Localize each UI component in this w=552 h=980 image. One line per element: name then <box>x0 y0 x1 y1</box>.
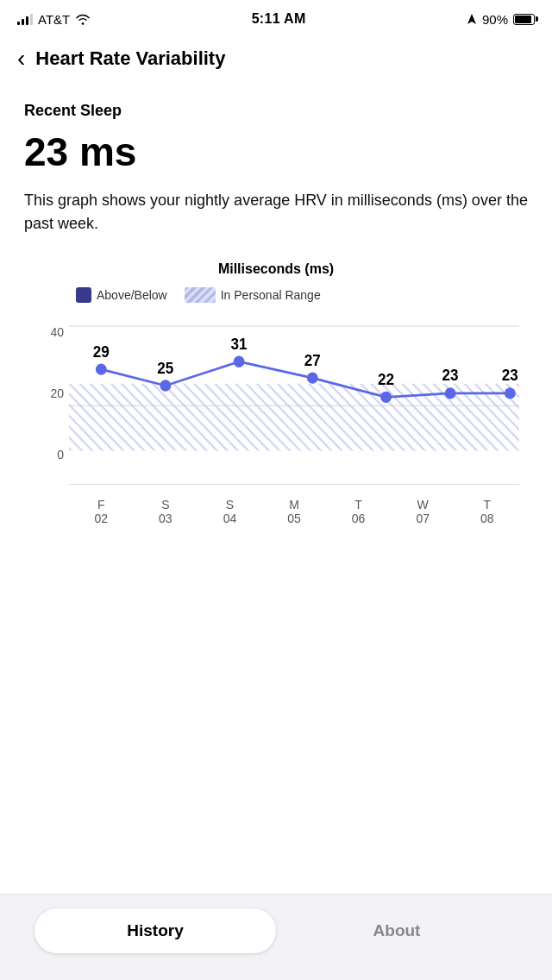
x-label-2: S 04 <box>198 498 262 525</box>
val-label-1: 25 <box>157 359 173 376</box>
header: ‹ Heart Rate Variability <box>0 38 552 85</box>
legend-solid-label: Above/Below <box>97 288 167 302</box>
tab-about-label: About <box>373 921 421 940</box>
dot-2 <box>234 356 245 368</box>
status-right: 90% <box>467 12 535 27</box>
status-left: AT&T <box>17 12 91 27</box>
chart-title: Milliseconds (ms) <box>33 261 519 277</box>
legend-hatched-label: In Personal Range <box>221 288 321 302</box>
location-icon <box>467 13 477 25</box>
dot-0 <box>96 363 107 374</box>
y-label-0: 0 <box>33 448 64 462</box>
val-label-0: 29 <box>93 342 110 360</box>
description-text: This graph shows your nightly average HR… <box>24 189 528 236</box>
tab-bar: History About <box>0 894 552 980</box>
val-label-5: 23 <box>442 367 459 384</box>
x-label-1: S 03 <box>134 498 198 525</box>
y-axis: 40 20 0 <box>33 317 69 489</box>
chart-svg: 29 25 31 27 22 23 23 <box>69 317 519 489</box>
chart-container: Milliseconds (ms) Above/Below In Persona… <box>24 261 528 525</box>
battery-fill <box>515 16 531 23</box>
dot-1 <box>160 380 171 391</box>
y-label-20: 20 <box>33 386 64 400</box>
main-value: 23 ms <box>24 129 528 175</box>
val-label-6: 23 <box>502 367 518 384</box>
legend-solid: Above/Below <box>76 287 167 303</box>
wifi-icon <box>75 13 91 25</box>
battery-percent: 90% <box>482 12 508 27</box>
legend-hatched-box <box>185 287 216 303</box>
dot-5 <box>445 387 456 399</box>
chart-legend: Above/Below In Personal Range <box>33 287 519 303</box>
x-label-5: W 07 <box>391 498 455 525</box>
val-label-4: 22 <box>378 371 394 388</box>
x-label-4: T 06 <box>326 498 391 525</box>
x-label-0: F 02 <box>69 498 134 525</box>
legend-hatched: In Personal Range <box>185 287 321 303</box>
main-content: Recent Sleep 23 ms This graph shows your… <box>0 85 552 525</box>
back-button[interactable]: ‹ <box>17 47 25 71</box>
battery-icon <box>513 14 535 25</box>
status-bar: AT&T 5:11 AM 90% <box>0 0 552 38</box>
x-label-6: T 08 <box>455 498 519 525</box>
signal-icon <box>17 13 33 25</box>
section-label: Recent Sleep <box>24 102 528 120</box>
tab-history[interactable]: History <box>34 908 276 953</box>
tab-about[interactable]: About <box>276 908 518 953</box>
tab-history-label: History <box>127 921 183 940</box>
dot-4 <box>380 392 392 403</box>
legend-solid-box <box>76 287 91 303</box>
x-label-3: M 05 <box>262 498 327 525</box>
y-label-40: 40 <box>33 325 64 339</box>
status-time: 5:11 AM <box>252 11 306 27</box>
x-axis: F 02 S 03 S 04 M 05 <box>69 493 519 525</box>
chart-area: 29 25 31 27 22 23 23 F 02 S 03 <box>69 317 519 525</box>
chart-svg-wrapper: 40 20 0 <box>33 317 519 525</box>
dot-6 <box>505 387 516 399</box>
val-label-3: 27 <box>304 351 321 368</box>
dot-3 <box>307 372 318 383</box>
val-label-2: 31 <box>231 335 248 352</box>
carrier-label: AT&T <box>38 12 70 27</box>
page-title: Heart Rate Variability <box>35 47 225 70</box>
